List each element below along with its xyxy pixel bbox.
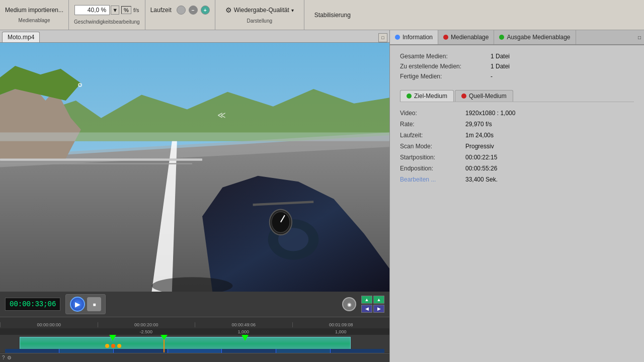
- right-tab-bar: Information Medienablage Ausgabe Mediena…: [390, 30, 644, 45]
- timeline-ruler: 00:00:00:00 00:00:20:00 00:00:49:06 00:0…: [0, 317, 389, 328]
- rate-row: Rate: 29,970 f/s: [400, 121, 634, 128]
- zu-erstellen-label: Zu erstellende Medien:: [400, 63, 491, 70]
- right-panel: Information Medienablage Ausgabe Mediena…: [390, 30, 644, 362]
- main-area: Moto.mp4 □: [0, 30, 644, 362]
- ruler-tick-1: 00:00:20:00: [98, 322, 195, 327]
- speed-section: 40,0 % ▼ % f/s Geschwindigkeitsbearbeitu…: [69, 0, 145, 30]
- import-section: Medium importieren... Medienablage: [0, 0, 69, 30]
- bearbeiten-value: 33,400 Sek.: [465, 176, 498, 183]
- end-row: Endposition: 00:00:55:26: [400, 165, 634, 172]
- sub-marker-3: 1,000: [292, 329, 390, 334]
- quell-medium-tab[interactable]: Quell-Medium: [455, 90, 513, 102]
- quell-tab-label: Quell-Medium: [469, 93, 507, 100]
- end-label: Endposition:: [400, 165, 465, 172]
- video-value: 1920x1080 : 1,000: [465, 110, 515, 117]
- settings-icon[interactable]: ⚙: [7, 355, 12, 360]
- timeline[interactable]: 00:00:00:00 00:00:20:00 00:00:49:06 00:0…: [0, 317, 389, 362]
- fertige-label: Fertige Medien:: [400, 73, 491, 80]
- capture-button[interactable]: ◉: [342, 297, 356, 311]
- tab-ausgabe[interactable]: Ausgabe Medienablage: [494, 30, 576, 44]
- start-row: Startposition: 00:00:22:15: [400, 154, 634, 161]
- playhead-arrow: [160, 335, 168, 340]
- import-button[interactable]: Medium importieren...: [5, 7, 63, 14]
- video-maximize-btn[interactable]: □: [378, 33, 387, 42]
- video-label: Video:: [400, 110, 465, 117]
- ausgabe-tab-dot: [499, 35, 504, 40]
- gesamte-row: Gesamte Medien: 1 Datei: [400, 53, 634, 60]
- runtime-label: Laufzeit: [150, 7, 172, 14]
- nav-out-btn[interactable]: ▲: [373, 296, 384, 304]
- laufzeit-value: 1m 24,00s: [465, 132, 494, 139]
- play-controls-group: ▶ ■: [65, 294, 106, 314]
- laufzeit-row: Laufzeit: 1m 24,00s: [400, 132, 634, 139]
- runtime-minus-btn[interactable]: −: [189, 6, 198, 15]
- laufzeit-label: Laufzeit:: [400, 132, 465, 139]
- tab-information-label: Information: [403, 34, 433, 41]
- runtime-plus-btn[interactable]: +: [201, 6, 210, 15]
- bearbeiten-row: Bearbeiten ... 33,400 Sek.: [400, 176, 634, 183]
- video-frame: ≪: [0, 43, 389, 292]
- scan-label: Scan Mode:: [400, 143, 465, 150]
- ruler-tick-0: 00:00:00:00: [0, 322, 98, 327]
- speed-value[interactable]: 40,0 %: [74, 5, 110, 15]
- tab-medienablage[interactable]: Medienablage: [438, 30, 494, 44]
- speed-input-group: 40,0 % ▼: [74, 5, 119, 15]
- nav-controls: ▲ ▲ ◀ ▶: [361, 296, 384, 313]
- media-tab-dot: [443, 35, 448, 40]
- scan-row: Scan Mode: Progressiv: [400, 143, 634, 150]
- info-content: Gesamte Medien: 1 Datei Zu erstellende M…: [390, 45, 644, 362]
- start-value: 00:00:22:15: [465, 154, 497, 161]
- nav-top-row: ▲ ▲: [361, 296, 384, 304]
- video-tab-label: Moto.mp4: [8, 34, 34, 41]
- runtime-section: Laufzeit − + spacer: [145, 0, 215, 30]
- end-value: 00:00:55:26: [465, 165, 497, 172]
- status-bar: ? ⚙: [0, 353, 389, 362]
- bearbeiten-link[interactable]: Bearbeiten ...: [400, 176, 465, 183]
- stabilization-label: Stabilisierung: [314, 12, 351, 19]
- fertige-row: Fertige Medien: -: [400, 73, 634, 80]
- timeline-playhead[interactable]: [164, 335, 165, 352]
- runtime-circle-1: [177, 6, 186, 15]
- nav-next-btn[interactable]: ▶: [373, 305, 384, 313]
- display-label: Darstellung: [247, 18, 272, 24]
- video-tab-moto[interactable]: Moto.mp4: [2, 32, 40, 42]
- speed-section-label: Geschwindigkeitsbearbeitung: [74, 19, 140, 25]
- tab-information[interactable]: Information: [390, 30, 438, 44]
- left-panel: Moto.mp4 □: [0, 30, 390, 362]
- media-ablage-label: Medienablage: [19, 18, 50, 23]
- percent-button[interactable]: %: [121, 6, 131, 14]
- quality-dropdown-arrow[interactable]: ▾: [291, 8, 294, 13]
- svg-rect-5: [0, 158, 202, 161]
- fertige-value: -: [491, 73, 493, 80]
- toolbar: Medium importieren... Medienablage 40,0 …: [0, 0, 644, 30]
- zu-erstellen-value: 1 Datei: [491, 63, 510, 70]
- svg-text:≪: ≪: [217, 110, 226, 120]
- nav-in-btn[interactable]: ▲: [361, 296, 372, 304]
- ziel-tab-label: Ziel-Medium: [414, 93, 447, 100]
- sub-marker-2: 1,000: [195, 329, 292, 334]
- video-row: Video: 1920x1080 : 1,000: [400, 110, 634, 117]
- ziel-medium-tab[interactable]: Ziel-Medium: [400, 90, 454, 102]
- nav-prev-btn[interactable]: ◀: [361, 305, 372, 313]
- speed-dropdown[interactable]: ▼: [111, 6, 119, 15]
- rate-value: 29,970 f/s: [465, 121, 492, 128]
- play-button[interactable]: ▶: [70, 297, 85, 312]
- in-marker[interactable]: [109, 335, 116, 341]
- playback-bar: 00:00:33;06 ▶ ■ ◉ ▲ ▲ ◀ ▶: [0, 292, 389, 317]
- right-panel-maximize-btn[interactable]: □: [635, 30, 644, 44]
- fps-label: f/s: [133, 7, 139, 13]
- svg-rect-18: [0, 132, 389, 141]
- quality-label[interactable]: Wiedergabe-Qualität: [234, 7, 289, 14]
- cursor-indicator: [78, 83, 82, 87]
- tab-medienablage-label: Medienablage: [451, 34, 489, 41]
- out-marker[interactable]: [242, 335, 249, 341]
- stop-button[interactable]: ■: [87, 297, 101, 311]
- quell-tab-dot: [461, 94, 466, 99]
- media-sub-tabs: Ziel-Medium Quell-Medium: [400, 90, 634, 102]
- quality-section: ⚙ Wiedergabe-Qualität ▾ Darstellung: [215, 0, 304, 30]
- help-icon[interactable]: ?: [2, 355, 5, 360]
- start-label: Startposition:: [400, 154, 465, 161]
- nav-bottom-row: ◀ ▶: [361, 305, 384, 313]
- gesamte-label: Gesamte Medien:: [400, 53, 491, 60]
- timecode-display: 00:00:33;06: [5, 298, 60, 311]
